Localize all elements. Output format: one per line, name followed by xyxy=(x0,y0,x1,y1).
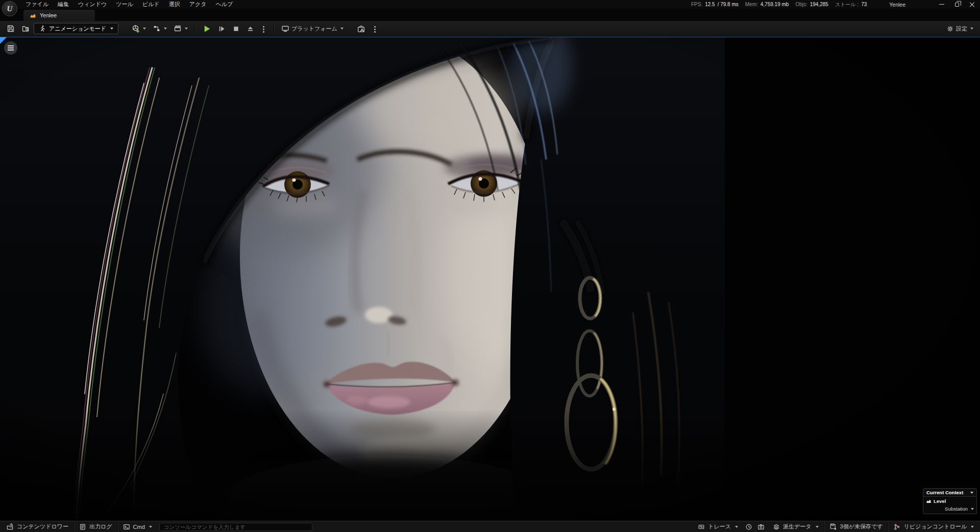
objs-label: Objs: xyxy=(795,2,807,7)
skip-icon xyxy=(218,25,226,33)
level-viewport[interactable]: Current Context Level Substation xyxy=(0,37,980,521)
content-browser-icon xyxy=(21,24,30,33)
level-icon xyxy=(30,12,36,19)
main-menus: ファイル 編集 ウィンドウ ツール ビルド 選択 アクタ ヘルプ xyxy=(21,0,237,9)
unreal-logo-icon[interactable]: U xyxy=(2,1,17,16)
chevron-down-icon xyxy=(970,492,973,494)
context-sublevel-dropdown[interactable]: Substation xyxy=(926,506,974,512)
chevron-down-icon xyxy=(735,526,738,528)
toolbar-separator xyxy=(195,23,195,34)
chevron-down-icon xyxy=(143,28,146,30)
chevron-down-icon xyxy=(971,508,974,510)
capture-tool-button[interactable] xyxy=(354,22,368,35)
animation-mode-dropdown[interactable]: アニメーションモード xyxy=(34,23,118,34)
content-browser-button[interactable] xyxy=(19,22,32,35)
toolbar-options-menu[interactable] xyxy=(370,22,380,35)
play-options-menu[interactable] xyxy=(258,22,269,35)
cinematics-dropdown[interactable] xyxy=(171,22,190,35)
current-context-overlay: Current Context Level Substation xyxy=(923,488,977,514)
unsaved-changes-label: 3個が未保存です xyxy=(840,523,883,530)
chevron-down-icon xyxy=(149,526,152,528)
restore-button[interactable] xyxy=(949,0,965,9)
output-log-label: 出力ログ xyxy=(89,523,112,530)
settings-dropdown[interactable]: 設定 xyxy=(944,22,976,35)
fps-ms: / 79.8 ms xyxy=(718,2,739,7)
settings-label: 設定 xyxy=(956,25,967,33)
main-toolbar: アニメーションモード xyxy=(0,21,980,37)
cmd-dropdown[interactable]: Cmd xyxy=(118,521,157,532)
content-drawer-button[interactable]: コンテンツドロワー xyxy=(1,521,74,532)
stall-value: 73 xyxy=(861,2,867,7)
performance-stats: FPS:12.5/ 79.8 ms Mem:4,759.19 mb Objs:1… xyxy=(691,1,867,8)
output-log-icon xyxy=(79,523,86,530)
objs-value: 194,285 xyxy=(810,2,828,7)
skip-button[interactable] xyxy=(215,22,228,35)
menu-window[interactable]: ウィンドウ xyxy=(74,0,111,9)
chevron-down-icon xyxy=(971,526,974,528)
toolbar-separator xyxy=(274,23,274,34)
context-level-row[interactable]: Level xyxy=(926,498,974,504)
animation-mode-icon xyxy=(39,25,46,32)
blueprints-icon xyxy=(153,24,161,33)
menu-file[interactable]: ファイル xyxy=(21,0,53,9)
status-bar: コンテンツドロワー 出力ログ Cmd トレース xyxy=(0,521,980,532)
tab-label: Yenlee xyxy=(40,12,57,18)
screenshot-button[interactable] xyxy=(754,521,768,532)
window-title: Yenlee xyxy=(889,2,905,8)
menu-edit[interactable]: 編集 xyxy=(54,0,73,9)
console-command-input[interactable] xyxy=(159,523,312,531)
insights-session-button[interactable] xyxy=(743,521,754,532)
unsaved-changes-button[interactable]: 3個が未保存です xyxy=(824,521,888,532)
menu-build[interactable]: ビルド xyxy=(138,0,164,9)
camera-icon xyxy=(757,523,765,530)
unreal-editor-window: U ファイル 編集 ウィンドウ ツール ビルド 選択 アクタ ヘルプ FPS:1… xyxy=(0,0,980,532)
close-icon xyxy=(970,2,975,7)
revision-control-icon xyxy=(893,523,900,530)
revision-control-dropdown[interactable]: リビジョンコントロール xyxy=(888,521,979,532)
current-context-header[interactable]: Current Context xyxy=(923,488,977,497)
close-button[interactable] xyxy=(965,0,980,9)
menu-select[interactable]: 選択 xyxy=(165,0,184,9)
minimize-button[interactable] xyxy=(934,0,949,9)
eject-icon xyxy=(247,25,254,33)
chevron-down-icon xyxy=(970,28,973,30)
current-context-label: Current Context xyxy=(926,490,963,495)
stall-label: ストール : xyxy=(835,1,859,8)
fps-label: FPS: xyxy=(691,2,702,7)
viewport-options-button[interactable] xyxy=(4,41,17,55)
menu-help[interactable]: ヘルプ xyxy=(211,0,237,9)
cinematics-icon xyxy=(174,24,182,33)
trace-icon xyxy=(698,523,705,530)
derived-data-icon xyxy=(773,523,780,530)
chevron-down-icon xyxy=(816,526,819,528)
stop-button[interactable] xyxy=(230,22,242,35)
chevron-down-icon xyxy=(185,28,188,30)
content-drawer-icon xyxy=(6,523,14,530)
play-icon xyxy=(203,24,211,33)
save-star-icon xyxy=(829,523,837,530)
output-log-button[interactable]: 出力ログ xyxy=(74,521,117,532)
chevron-down-icon xyxy=(164,28,167,30)
menu-actor[interactable]: アクタ xyxy=(185,0,211,9)
window-controls xyxy=(934,0,980,9)
chevron-down-icon xyxy=(110,28,113,30)
add-actor-dropdown[interactable] xyxy=(129,22,149,35)
blueprints-dropdown[interactable] xyxy=(150,22,169,35)
trace-dropdown[interactable]: トレース xyxy=(693,521,743,532)
platforms-dropdown[interactable]: プラットフォーム xyxy=(279,22,346,35)
hamburger-icon xyxy=(8,47,14,48)
mem-label: Mem: xyxy=(745,2,758,7)
revision-control-label: リビジョンコントロール xyxy=(903,523,967,530)
derived-data-dropdown[interactable]: 派生データ xyxy=(768,521,824,532)
eject-button[interactable] xyxy=(244,22,257,35)
gear-icon xyxy=(946,25,954,33)
menu-tools[interactable]: ツール xyxy=(112,0,137,9)
platforms-icon xyxy=(281,24,289,33)
mem-value: 4,759.19 mb xyxy=(761,2,789,7)
tab-level-yenlee[interactable]: Yenlee xyxy=(23,10,95,21)
capture-device-icon xyxy=(357,24,365,33)
derived-data-label: 派生データ xyxy=(783,523,812,530)
play-button[interactable] xyxy=(200,22,214,35)
save-button[interactable] xyxy=(4,22,17,35)
context-level-label: Level xyxy=(934,498,946,504)
